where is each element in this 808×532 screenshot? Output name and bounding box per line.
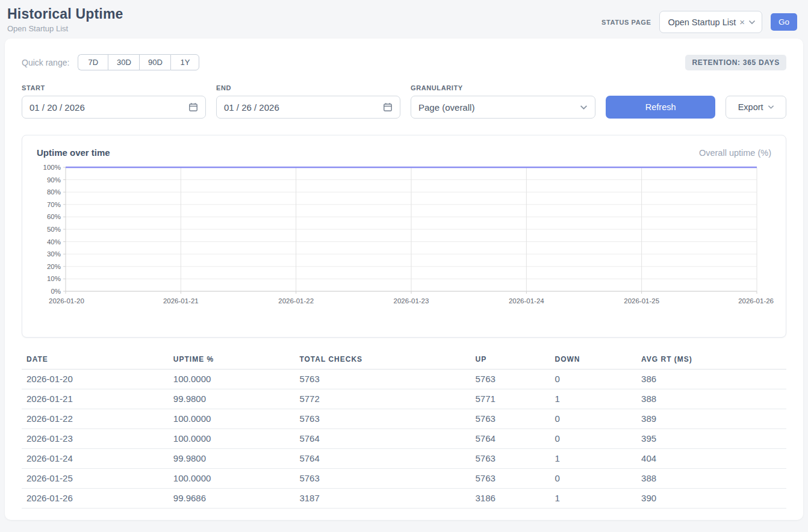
table-cell: 386 (636, 370, 786, 389)
calendar-icon[interactable] (188, 102, 198, 112)
table-cell: 100.0000 (169, 429, 295, 449)
start-date-value: 01 / 20 / 2026 (30, 102, 85, 113)
table-row: 2026-01-25100.0000576357630388 (22, 469, 786, 489)
clear-selection-icon[interactable]: × (739, 17, 745, 26)
table-cell: 1 (550, 489, 637, 509)
topbar: Historical Uptime Open Startup List STAT… (0, 0, 808, 39)
table-cell: 5763 (294, 370, 470, 389)
table-cell: 5764 (294, 429, 470, 449)
svg-text:2026-01-25: 2026-01-25 (624, 297, 659, 305)
status-page-selected-value: Open Startup List (668, 17, 736, 27)
table-cell: 2026-01-26 (22, 489, 169, 509)
uptime-table: DATEUPTIME %TOTAL CHECKSUPDOWNAVG RT (MS… (22, 351, 786, 509)
table-cell: 5771 (470, 389, 550, 409)
table-cell: 5764 (294, 449, 470, 469)
end-date-field-wrap: END 01 / 26 / 2026 (216, 84, 400, 119)
svg-text:10%: 10% (47, 275, 61, 282)
uptime-chart-card: Uptime over time Overall uptime (%) 0%10… (22, 135, 786, 338)
table-cell: 0 (550, 429, 637, 449)
table-cell: 100.0000 (169, 469, 295, 489)
svg-text:30%: 30% (47, 250, 61, 258)
retention-badge: RETENTION: 365 DAYS (685, 55, 786, 70)
filter-row: START 01 / 20 / 2026 END 01 / 26 / 2026 … (22, 84, 786, 119)
start-date-input[interactable]: 01 / 20 / 2026 (22, 96, 206, 119)
quick-range-button-90d[interactable]: 90D (139, 54, 170, 70)
end-label: END (216, 84, 400, 91)
table-cell: 99.9800 (169, 389, 295, 409)
table-column-header: UP (470, 351, 550, 370)
table-cell: 2026-01-24 (22, 449, 169, 469)
table-cell: 2026-01-20 (22, 370, 169, 389)
table-row: 2026-01-2699.9686318731861390 (22, 489, 786, 509)
table-cell: 5763 (470, 370, 550, 389)
svg-text:2026-01-23: 2026-01-23 (394, 297, 429, 305)
table-cell: 0 (550, 370, 637, 389)
start-date-field-wrap: START 01 / 20 / 2026 (22, 84, 206, 119)
title-block: Historical Uptime Open Startup List (7, 6, 123, 33)
chart-legend: Overall uptime (%) (699, 148, 771, 158)
topbar-right: STATUS PAGE Open Startup List × Go (601, 11, 797, 33)
table-cell: 5763 (294, 409, 470, 429)
svg-text:100%: 100% (43, 164, 61, 171)
table-row: 2026-01-23100.0000576457640395 (22, 429, 786, 449)
page-title: Historical Uptime (7, 6, 123, 22)
table-cell: 5763 (470, 449, 550, 469)
table-cell: 3187 (294, 489, 470, 509)
end-date-value: 01 / 26 / 2026 (224, 102, 279, 113)
svg-text:40%: 40% (47, 238, 61, 246)
uptime-line-chart: 0%10%20%30%40%50%60%70%80%90%100%2026-01… (36, 162, 772, 320)
table-cell: 388 (636, 469, 786, 489)
end-date-input[interactable]: 01 / 26 / 2026 (216, 96, 400, 119)
svg-text:2026-01-22: 2026-01-22 (278, 297, 314, 305)
chevron-down-icon (748, 20, 756, 25)
table-cell: 99.9686 (169, 489, 295, 509)
table-cell: 388 (636, 389, 786, 409)
table-cell: 99.9800 (169, 449, 295, 469)
svg-text:2026-01-24: 2026-01-24 (509, 297, 544, 305)
svg-text:20%: 20% (47, 263, 61, 270)
table-cell: 2026-01-23 (22, 429, 169, 449)
table-row: 2026-01-22100.0000576357630389 (22, 409, 786, 429)
table-row: 2026-01-20100.0000576357630386 (22, 370, 786, 389)
start-label: START (22, 84, 206, 91)
svg-text:70%: 70% (47, 201, 61, 208)
table-cell: 2026-01-25 (22, 469, 169, 489)
svg-text:60%: 60% (47, 213, 61, 220)
table-cell: 404 (636, 449, 786, 469)
status-page-label: STATUS PAGE (601, 19, 651, 26)
table-column-header: TOTAL CHECKS (294, 351, 470, 370)
table-cell: 0 (550, 469, 637, 489)
svg-text:2026-01-20: 2026-01-20 (49, 297, 84, 305)
main-panel: Quick range: 7D30D90D1Y RETENTION: 365 D… (5, 39, 803, 520)
table-cell: 2026-01-22 (22, 409, 169, 429)
calendar-icon[interactable] (383, 102, 393, 112)
quick-range-button-7d[interactable]: 7D (78, 54, 108, 70)
table-column-header: AVG RT (MS) (636, 351, 786, 370)
refresh-button[interactable]: Refresh (606, 96, 715, 119)
quick-range-button-30d[interactable]: 30D (108, 54, 139, 70)
svg-text:90%: 90% (47, 176, 61, 184)
table-cell: 5764 (470, 429, 550, 449)
table-column-header: DOWN (550, 351, 637, 370)
granularity-select[interactable]: Page (overall) (411, 96, 595, 119)
page-subtitle: Open Startup List (7, 24, 123, 33)
svg-text:50%: 50% (47, 226, 61, 233)
table-cell: 5772 (294, 389, 470, 409)
chevron-down-icon (768, 105, 774, 110)
go-button[interactable]: Go (771, 13, 797, 31)
table-cell: 1 (550, 449, 637, 469)
export-button[interactable]: Export (726, 96, 786, 119)
table-cell: 100.0000 (169, 370, 295, 389)
table-cell: 5763 (470, 409, 550, 429)
table-cell: 2026-01-21 (22, 389, 169, 409)
quick-range-group: 7D30D90D1Y (78, 54, 199, 70)
table-cell: 5763 (294, 469, 470, 489)
table-row: 2026-01-2499.9800576457631404 (22, 449, 786, 469)
table-cell: 389 (636, 409, 786, 429)
granularity-value: Page (overall) (418, 102, 474, 113)
status-page-select[interactable]: Open Startup List × (659, 11, 762, 33)
quick-range-button-1y[interactable]: 1Y (170, 54, 199, 70)
table-cell: 390 (636, 489, 786, 509)
table-header-row: DATEUPTIME %TOTAL CHECKSUPDOWNAVG RT (MS… (22, 351, 786, 370)
table-cell: 1 (550, 389, 637, 409)
